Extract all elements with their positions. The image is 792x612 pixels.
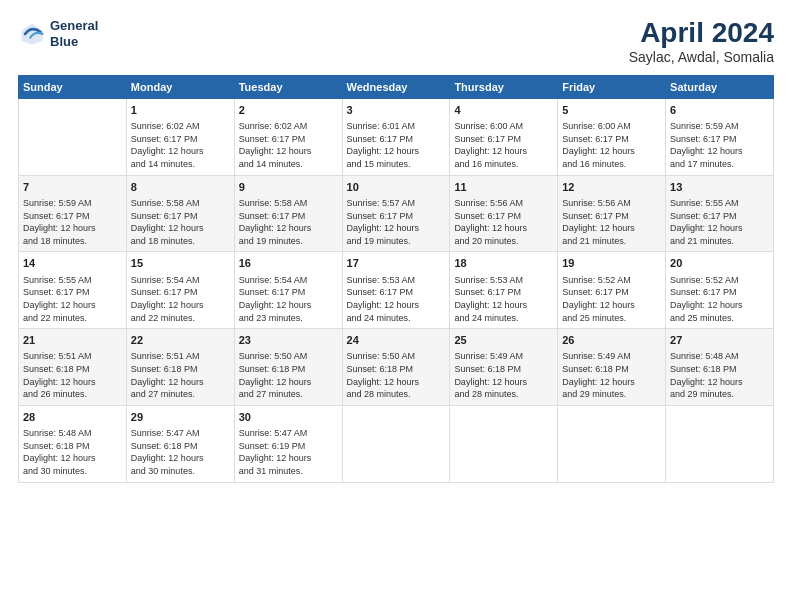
day-number: 1 — [131, 103, 230, 118]
day-cell: 21Sunrise: 5:51 AMSunset: 6:18 PMDayligh… — [19, 329, 127, 406]
page: General Blue April 2024 Saylac, Awdal, S… — [0, 0, 792, 612]
week-row-3: 14Sunrise: 5:55 AMSunset: 6:17 PMDayligh… — [19, 252, 774, 329]
day-info: and 18 minutes. — [131, 235, 230, 248]
day-info: Daylight: 12 hours — [239, 452, 338, 465]
day-info: Sunset: 6:17 PM — [23, 286, 122, 299]
column-header-saturday: Saturday — [666, 75, 774, 98]
day-number: 27 — [670, 333, 769, 348]
day-info: Sunrise: 5:49 AM — [454, 350, 553, 363]
logo: General Blue — [18, 18, 98, 49]
day-info: Sunrise: 5:50 AM — [239, 350, 338, 363]
day-cell: 1Sunrise: 6:02 AMSunset: 6:17 PMDaylight… — [126, 98, 234, 175]
day-info: Sunrise: 5:56 AM — [454, 197, 553, 210]
day-info: and 31 minutes. — [239, 465, 338, 478]
day-info: Sunset: 6:18 PM — [347, 363, 446, 376]
day-info: and 25 minutes. — [562, 312, 661, 325]
day-info: Daylight: 12 hours — [239, 145, 338, 158]
day-info: Sunrise: 5:52 AM — [670, 274, 769, 287]
day-cell: 11Sunrise: 5:56 AMSunset: 6:17 PMDayligh… — [450, 175, 558, 252]
week-row-1: 1Sunrise: 6:02 AMSunset: 6:17 PMDaylight… — [19, 98, 774, 175]
day-info: and 30 minutes. — [131, 465, 230, 478]
day-number: 16 — [239, 256, 338, 271]
day-cell: 20Sunrise: 5:52 AMSunset: 6:17 PMDayligh… — [666, 252, 774, 329]
day-info: Sunrise: 5:58 AM — [239, 197, 338, 210]
day-info: Sunset: 6:17 PM — [347, 133, 446, 146]
day-info: Sunset: 6:17 PM — [239, 286, 338, 299]
day-info: Daylight: 12 hours — [670, 222, 769, 235]
day-info: and 30 minutes. — [23, 465, 122, 478]
day-info: Sunrise: 6:02 AM — [239, 120, 338, 133]
day-info: and 23 minutes. — [239, 312, 338, 325]
day-info: Sunrise: 5:58 AM — [131, 197, 230, 210]
day-number: 10 — [347, 180, 446, 195]
day-info: Sunrise: 6:02 AM — [131, 120, 230, 133]
day-number: 18 — [454, 256, 553, 271]
day-cell: 28Sunrise: 5:48 AMSunset: 6:18 PMDayligh… — [19, 405, 127, 482]
day-info: Daylight: 12 hours — [347, 222, 446, 235]
day-info: Sunrise: 5:55 AM — [23, 274, 122, 287]
day-cell — [19, 98, 127, 175]
day-cell — [666, 405, 774, 482]
day-cell: 12Sunrise: 5:56 AMSunset: 6:17 PMDayligh… — [558, 175, 666, 252]
day-number: 29 — [131, 410, 230, 425]
day-cell: 6Sunrise: 5:59 AMSunset: 6:17 PMDaylight… — [666, 98, 774, 175]
day-info: Daylight: 12 hours — [239, 299, 338, 312]
day-info: and 16 minutes. — [562, 158, 661, 171]
day-number: 12 — [562, 180, 661, 195]
day-number: 14 — [23, 256, 122, 271]
day-info: Sunset: 6:17 PM — [562, 133, 661, 146]
day-info: and 27 minutes. — [131, 388, 230, 401]
day-number: 19 — [562, 256, 661, 271]
day-number: 3 — [347, 103, 446, 118]
day-info: Daylight: 12 hours — [670, 376, 769, 389]
day-info: Sunrise: 5:52 AM — [562, 274, 661, 287]
week-row-4: 21Sunrise: 5:51 AMSunset: 6:18 PMDayligh… — [19, 329, 774, 406]
day-info: and 21 minutes. — [562, 235, 661, 248]
day-info: Daylight: 12 hours — [454, 376, 553, 389]
day-number: 17 — [347, 256, 446, 271]
header: General Blue April 2024 Saylac, Awdal, S… — [18, 18, 774, 65]
day-info: and 17 minutes. — [670, 158, 769, 171]
day-info: Sunrise: 5:47 AM — [131, 427, 230, 440]
day-info: Daylight: 12 hours — [131, 452, 230, 465]
day-number: 4 — [454, 103, 553, 118]
day-info: Daylight: 12 hours — [23, 299, 122, 312]
day-cell: 8Sunrise: 5:58 AMSunset: 6:17 PMDaylight… — [126, 175, 234, 252]
day-info: Daylight: 12 hours — [23, 452, 122, 465]
day-cell: 14Sunrise: 5:55 AMSunset: 6:17 PMDayligh… — [19, 252, 127, 329]
day-info: Daylight: 12 hours — [131, 299, 230, 312]
day-number: 21 — [23, 333, 122, 348]
day-number: 20 — [670, 256, 769, 271]
title-block: April 2024 Saylac, Awdal, Somalia — [629, 18, 774, 65]
day-cell: 19Sunrise: 5:52 AMSunset: 6:17 PMDayligh… — [558, 252, 666, 329]
day-info: Sunset: 6:18 PM — [670, 363, 769, 376]
day-number: 30 — [239, 410, 338, 425]
day-info: Daylight: 12 hours — [347, 376, 446, 389]
day-info: Sunrise: 5:48 AM — [23, 427, 122, 440]
day-cell: 5Sunrise: 6:00 AMSunset: 6:17 PMDaylight… — [558, 98, 666, 175]
day-info: Sunset: 6:17 PM — [131, 286, 230, 299]
day-info: Sunset: 6:17 PM — [454, 210, 553, 223]
day-info: Daylight: 12 hours — [347, 299, 446, 312]
day-cell — [558, 405, 666, 482]
day-info: Daylight: 12 hours — [347, 145, 446, 158]
day-info: and 19 minutes. — [347, 235, 446, 248]
day-info: Sunset: 6:17 PM — [131, 133, 230, 146]
week-row-5: 28Sunrise: 5:48 AMSunset: 6:18 PMDayligh… — [19, 405, 774, 482]
day-cell: 9Sunrise: 5:58 AMSunset: 6:17 PMDaylight… — [234, 175, 342, 252]
day-cell: 18Sunrise: 5:53 AMSunset: 6:17 PMDayligh… — [450, 252, 558, 329]
column-header-friday: Friday — [558, 75, 666, 98]
day-cell: 16Sunrise: 5:54 AMSunset: 6:17 PMDayligh… — [234, 252, 342, 329]
day-info: Sunrise: 5:59 AM — [23, 197, 122, 210]
day-info: and 29 minutes. — [670, 388, 769, 401]
day-info: Sunset: 6:17 PM — [670, 286, 769, 299]
day-number: 22 — [131, 333, 230, 348]
day-number: 9 — [239, 180, 338, 195]
main-title: April 2024 — [629, 18, 774, 49]
day-info: Sunset: 6:17 PM — [347, 286, 446, 299]
day-info: and 22 minutes. — [23, 312, 122, 325]
day-info: Sunset: 6:17 PM — [454, 286, 553, 299]
day-info: Sunset: 6:18 PM — [131, 363, 230, 376]
day-number: 11 — [454, 180, 553, 195]
day-cell — [342, 405, 450, 482]
